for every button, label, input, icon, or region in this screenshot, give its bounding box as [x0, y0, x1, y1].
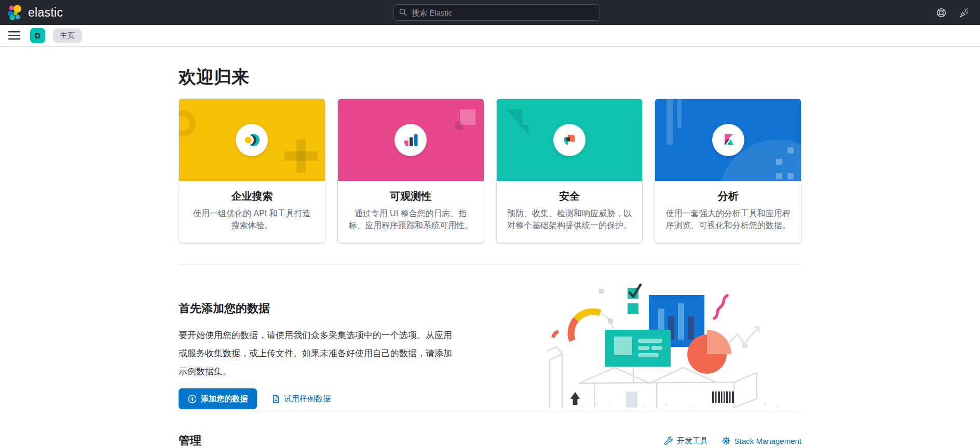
observability-banner [338, 99, 484, 181]
solution-card-observability[interactable]: 可观测性 通过专用 UI 整合您的日志、指标、应用程序跟踪和系统可用性。 [337, 99, 484, 243]
banner-decoration [506, 109, 523, 127]
manage-title: 管理 [179, 433, 201, 448]
security-banner [497, 99, 643, 181]
add-data-illustration [547, 282, 801, 411]
solution-card-enterprise-search[interactable]: 企业搜索 使用一组优化的 API 和工具打造搜索体验。 [179, 99, 325, 243]
app-header: elastic [0, 0, 980, 25]
newsfeed-button[interactable] [955, 4, 973, 21]
menu-button[interactable] [6, 29, 22, 43]
manage-section: 管理 开发工具 Stack Management [179, 433, 801, 448]
hamburger-icon [8, 31, 20, 40]
banner-decoration [455, 122, 463, 130]
search-icon [399, 8, 407, 19]
add-data-button[interactable]: 添加您的数据 [179, 388, 257, 409]
kibana-logo-icon [712, 124, 744, 156]
solution-title: 安全 [507, 189, 632, 203]
banner-decoration [179, 110, 196, 136]
dev-tools-link[interactable]: 开发工具 [664, 436, 708, 446]
space-avatar[interactable]: D [30, 28, 45, 43]
solution-description: 使用一组优化的 API 和工具打造搜索体验。 [189, 207, 315, 231]
banner-decoration [677, 99, 682, 128]
solution-description: 通过专用 UI 整合您的日志、指标、应用程序跟踪和系统可用性。 [348, 207, 473, 231]
banner-decoration [520, 125, 529, 134]
gear-icon [722, 436, 731, 445]
search-input[interactable] [393, 4, 600, 21]
sample-data-link-label: 试用样例数据 [284, 394, 331, 404]
section-divider [179, 411, 801, 411]
solution-card-analytics[interactable]: 分析 使用一套强大的分析工具和应用程序浏览、可视化和分析您的数据。 [655, 99, 801, 243]
elastic-logo-icon [7, 4, 23, 21]
stack-management-link-label: Stack Management [734, 437, 801, 445]
solution-card-security[interactable]: 安全 预防、收集、检测和响应威胁，以对整个基础架构提供统一的保护。 [496, 99, 643, 243]
help-button[interactable] [932, 4, 950, 21]
breadcrumb: 主页 [53, 29, 82, 43]
enterprise-search-banner [179, 99, 325, 181]
help-icon [936, 7, 947, 18]
brand-name: elastic [28, 6, 63, 20]
global-search [393, 4, 600, 21]
banner-decoration [666, 99, 673, 145]
home-page: 欢迎归来 企业搜索 使用一组优化的 API 和工具打造搜索体验。 [179, 65, 801, 448]
plus-circle-icon [188, 395, 197, 403]
elastic-logo[interactable]: elastic [7, 4, 63, 21]
document-icon [271, 395, 280, 403]
add-data-section: 首先添加您的数据 要开始使用您的数据，请使用我们众多采集选项中的一个选项。从应用… [179, 264, 801, 411]
add-data-description: 要开始使用您的数据，请使用我们众多采集选项中的一个选项。从应用或服务收集数据，或… [179, 326, 454, 381]
security-logo-icon [553, 124, 586, 156]
analytics-banner [655, 99, 801, 181]
page-title: 欢迎归来 [179, 65, 801, 89]
sample-data-link[interactable]: 试用样例数据 [271, 394, 331, 404]
add-data-button-label: 添加您的数据 [201, 394, 248, 404]
solution-description: 预防、收集、检测和响应威胁，以对整个基础架构提供统一的保护。 [507, 207, 632, 231]
breadcrumb-bar: D 主页 [0, 25, 980, 47]
dev-tools-link-label: 开发工具 [677, 436, 708, 446]
enterprise-search-logo-icon [236, 124, 268, 156]
add-data-title: 首先添加您的数据 [179, 301, 469, 316]
observability-logo-icon [394, 124, 427, 156]
solution-cards: 企业搜索 使用一组优化的 API 和工具打造搜索体验。 可观测性 通过 [179, 99, 801, 243]
wrench-icon [664, 436, 673, 445]
banner-decoration [284, 139, 318, 173]
party-popper-icon [959, 7, 970, 18]
header-actions [932, 4, 973, 21]
solution-title: 可观测性 [348, 189, 473, 203]
solution-description: 使用一套强大的分析工具和应用程序浏览、可视化和分析您的数据。 [665, 207, 791, 231]
stack-management-link[interactable]: Stack Management [722, 436, 801, 445]
solution-title: 分析 [665, 189, 791, 203]
solution-title: 企业搜索 [189, 189, 315, 203]
